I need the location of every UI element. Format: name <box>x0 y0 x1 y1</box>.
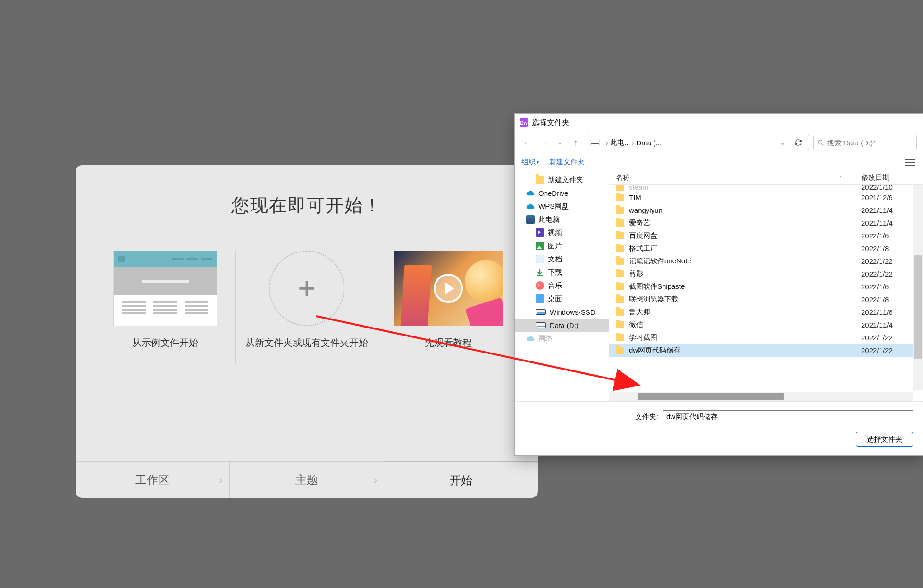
card-samples-caption: 从示例文件开始 <box>104 336 227 350</box>
card-tutorial[interactable]: 先观看教程 <box>387 251 510 350</box>
sidebar-item[interactable]: 桌面 <box>515 292 609 305</box>
tab-workspace[interactable]: 工作区 › <box>76 462 229 498</box>
file-row[interactable]: 学习截图2022/1/22 <box>609 331 913 344</box>
breadcrumb-root[interactable]: 此电... <box>610 138 630 147</box>
folder-icon <box>616 334 624 341</box>
file-date: 2022/1/6 <box>861 283 913 291</box>
new-folder-button[interactable]: 新建文件夹 <box>549 158 585 167</box>
file-row[interactable]: 爱奇艺2021/11/4 <box>609 217 913 229</box>
horizontal-scrollbar[interactable] <box>609 392 913 401</box>
cloud-blue-icon <box>526 202 535 210</box>
folder-icon <box>616 296 624 303</box>
nav-forward-button[interactable]: → <box>537 135 551 150</box>
tab-theme[interactable]: 主题 › <box>229 462 384 498</box>
start-cards: 从示例文件开始 + 从新文件夹或现有文件夹开始 先观看教程 <box>76 251 538 364</box>
sidebar-item[interactable]: Windows-SSD <box>515 305 609 319</box>
nav-recent-button[interactable]: ⌄ <box>553 135 567 150</box>
sidebar-item-label: 文档 <box>548 255 562 264</box>
chevron-right-icon: › <box>219 473 223 487</box>
column-date[interactable]: 修改日期 <box>861 173 913 182</box>
view-mode-button[interactable] <box>904 157 916 168</box>
card-new-folder[interactable]: + 从新文件夹或现有文件夹开始 <box>245 251 368 350</box>
card-separator <box>235 251 236 364</box>
search-box[interactable] <box>813 135 917 150</box>
file-row[interactable]: 剪影2022/1/22 <box>609 268 913 280</box>
drive-icon <box>590 140 600 145</box>
file-row[interactable]: steam2022/1/10 <box>609 185 913 191</box>
sidebar-item[interactable]: 网络 <box>515 332 609 345</box>
folder-icon <box>616 232 624 239</box>
vertical-scrollbar[interactable] <box>913 185 923 390</box>
folder-icon <box>616 283 624 290</box>
folder-name-input[interactable] <box>663 410 913 423</box>
file-name: dw网页代码储存 <box>629 346 861 355</box>
refresh-button[interactable] <box>790 135 806 150</box>
select-folder-button[interactable]: 选择文件夹 <box>856 432 913 447</box>
card-tutorial-caption: 先观看教程 <box>387 336 510 350</box>
file-date: 2022/1/8 <box>861 244 913 252</box>
file-name: 联想浏览器下载 <box>629 295 861 304</box>
card-samples[interactable]: 从示例文件开始 <box>104 251 227 350</box>
file-name: wangyiyun <box>629 206 861 214</box>
sidebar-item[interactable]: 新建文件夹 <box>515 173 609 186</box>
file-date: 2022/1/22 <box>861 334 913 342</box>
sidebar-item[interactable]: 下载 <box>515 266 609 279</box>
file-row[interactable]: 联想浏览器下载2022/1/8 <box>609 293 913 306</box>
scrollbar-thumb[interactable] <box>638 393 784 400</box>
file-row[interactable]: 百度网盘2022/1/6 <box>609 229 913 242</box>
sidebar-item[interactable]: 视频 <box>515 226 609 239</box>
card-newfolder-caption: 从新文件夹或现有文件夹开始 <box>245 336 368 350</box>
drv-icon <box>536 322 546 328</box>
samples-thumbnail <box>113 251 217 326</box>
column-name[interactable]: 名称 ⌃ <box>616 173 861 182</box>
vid-icon <box>536 228 544 237</box>
file-row[interactable]: 截图软件Snipaste2022/1/6 <box>609 280 913 293</box>
sidebar-item[interactable]: 音乐 <box>515 279 609 292</box>
scrollbar-thumb[interactable] <box>914 255 922 359</box>
file-date: 2022/1/22 <box>861 346 913 354</box>
file-name: 爱奇艺 <box>629 218 861 227</box>
tab-theme-label: 主题 <box>295 472 318 487</box>
sidebar-item[interactable]: WPS网盘 <box>515 200 609 213</box>
address-dropdown-icon[interactable]: ⌄ <box>778 138 788 147</box>
file-row[interactable]: 格式工厂2022/1/8 <box>609 242 913 255</box>
sidebar-item-label: 下载 <box>548 268 562 277</box>
sidebar-item[interactable]: 文档 <box>515 252 609 266</box>
file-row[interactable]: 微信2021/11/4 <box>609 319 913 331</box>
file-date: 2022/1/22 <box>861 257 913 265</box>
folder-dialog: Dw 选择文件夹 ← → ⌄ ↑ › 此电... › Data (... ⌄ 组… <box>514 113 923 456</box>
nav-up-button[interactable]: ↑ <box>569 135 583 150</box>
tutorial-thumbnail <box>394 251 503 326</box>
file-name: 百度网盘 <box>629 231 861 240</box>
tab-start-label: 开始 <box>450 473 472 488</box>
dialog-titlebar: Dw 选择文件夹 <box>515 114 923 132</box>
file-row[interactable]: 记笔记软件oneNote2022/1/22 <box>609 255 913 268</box>
sidebar-item-label: 视频 <box>548 228 562 237</box>
breadcrumb-drive[interactable]: Data (... <box>637 139 662 147</box>
sidebar-item[interactable]: 此电脑 <box>515 213 609 226</box>
doc-icon <box>536 255 544 263</box>
dialog-nav: ← → ⌄ ↑ › 此电... › Data (... ⌄ <box>515 132 923 153</box>
nav-back-button[interactable]: ← <box>520 135 535 150</box>
address-bar[interactable]: › 此电... › Data (... ⌄ <box>587 135 809 150</box>
file-row[interactable]: TIM2021/12/6 <box>609 191 913 204</box>
sidebar-item[interactable]: Data (D:) <box>515 319 609 332</box>
search-input[interactable] <box>827 139 917 147</box>
organize-button[interactable]: 组织 ▾ <box>521 158 539 167</box>
sidebar-item[interactable]: OneDrive <box>515 186 609 200</box>
tab-workspace-label: 工作区 <box>135 472 169 487</box>
sidebar-item[interactable]: 图片 <box>515 239 609 252</box>
file-date: 2022/1/6 <box>861 232 913 240</box>
file-date: 2021/11/6 <box>861 308 913 316</box>
file-row[interactable]: wangyiyun2021/11/4 <box>609 204 913 217</box>
file-list[interactable]: steam2022/1/10TIM2021/12/6wangyiyun2021/… <box>609 185 923 401</box>
file-date: 2022/1/22 <box>861 270 913 278</box>
file-row[interactable]: dw网页代码储存2022/1/22 <box>609 344 913 357</box>
dialog-footer: 文件夹: 选择文件夹 取消 <box>515 401 923 455</box>
folder-icon <box>616 258 624 265</box>
tab-start[interactable]: 开始 <box>384 461 538 498</box>
sidebar-item-label: Windows-SSD <box>550 308 596 316</box>
file-name: steam <box>629 185 861 191</box>
chevron-right-icon: › <box>373 473 377 487</box>
file-row[interactable]: 鲁大师2021/11/6 <box>609 306 913 319</box>
